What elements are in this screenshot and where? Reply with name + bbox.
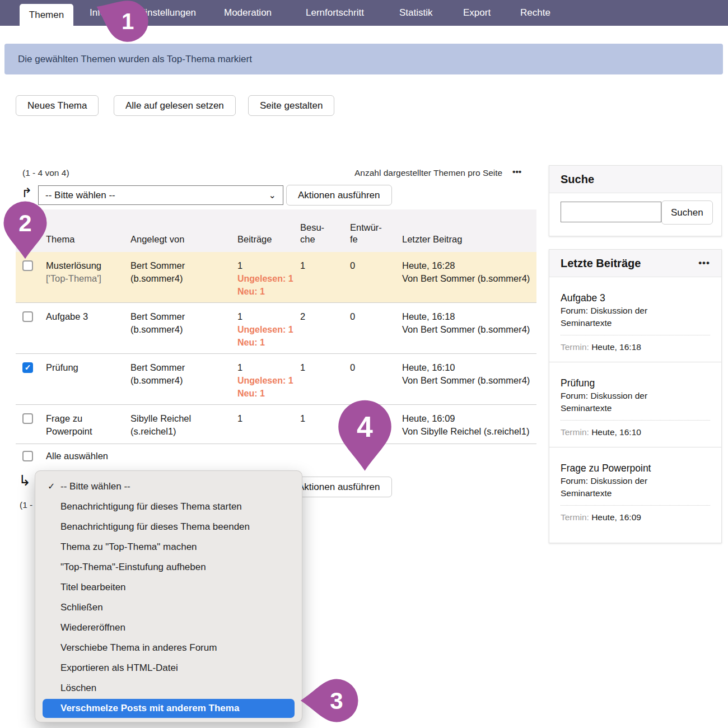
recent-post-forum: Forum: Diskussion der Seminartexte [561, 475, 701, 500]
visits-count: 2 [300, 310, 305, 323]
menu-item-label: Exportieren als HTML-Datei [60, 662, 178, 673]
last-post-author: Von Bert Sommer (b.sommer4) [402, 272, 536, 285]
col-drafts: Entwür-fe [350, 222, 381, 245]
menu-item-titel-bearbeiten[interactable]: Titel bearbeiten [35, 577, 302, 598]
menu-item-label: "Top-Thema"-Einstufung aufheben [60, 562, 206, 572]
drafts-count: 0 [350, 310, 355, 323]
recent-post-title[interactable]: Prüfung [561, 376, 710, 390]
annotation-marker-3: 3 [300, 670, 361, 728]
topic-tag: ['Top-Thema'] [46, 272, 121, 285]
table-row: Musterlösung ['Top-Thema'] Bert Sommer (… [16, 252, 536, 302]
apply-actions-button[interactable]: Aktionen ausführen [286, 185, 392, 206]
col-last-post: Letzter Beitrag [402, 234, 462, 245]
menu-item-label: Titel bearbeiten [60, 582, 126, 592]
row-checkbox[interactable] [22, 311, 33, 322]
col-topic: Thema [46, 234, 74, 245]
list-item: Frage zu Powerpoint Forum: Diskussion de… [549, 447, 721, 532]
topic-author: Bert Sommer (b.sommer4) [130, 310, 231, 336]
unread-count: Ungelesen: 1 [237, 374, 300, 387]
menu-item-benachrichtigung-starten[interactable]: Benachrichtigung für dieses Thema starte… [35, 497, 302, 517]
menu-item-bitte-waehlen[interactable]: ✓ -- Bitte wählen -- [35, 477, 302, 497]
search-input[interactable] [561, 202, 661, 222]
new-count: Neu: 1 [237, 285, 300, 298]
menu-item-wiedereroeffnen[interactable]: Wiedereröffnen [35, 618, 302, 638]
menu-item-top-thema-aufheben[interactable]: "Top-Thema"-Einstufung aufheben [35, 557, 302, 577]
tab-statistik[interactable]: Statistik [399, 0, 433, 26]
visits-count: 1 [300, 259, 305, 272]
tab-info[interactable]: Info [90, 0, 105, 26]
apply-down-arrow-icon: ↳ [18, 472, 31, 489]
table-row: Aufgabe 3 Bert Sommer (b.sommer4) 1 Unge… [16, 302, 536, 353]
tab-einstellungen[interactable]: Einstellungen [139, 0, 196, 26]
select-all-label: Alle auswählen [46, 450, 169, 463]
new-count: Neu: 1 [237, 336, 300, 349]
topic-title[interactable]: Musterlösung [46, 260, 101, 270]
tab-moderation[interactable]: Moderation [224, 0, 272, 26]
menu-item-label: Schließen [60, 602, 103, 613]
menu-item-label: Thema zu "Top-Thema" machen [60, 542, 197, 552]
row-checkbox[interactable] [22, 260, 33, 271]
menu-item-label: Löschen [60, 683, 96, 693]
termin-label: Termin: [561, 512, 589, 522]
menu-item-top-thema-machen[interactable]: Thema zu "Top-Thema" machen [35, 537, 302, 557]
chevron-down-icon: ⌄ [269, 190, 276, 200]
tab-lernfortschritt[interactable]: Lernfortschritt [306, 0, 364, 26]
topic-title[interactable]: Aufgabe 3 [46, 311, 88, 321]
last-post-author: Von Bert Sommer (b.sommer4) [402, 323, 536, 336]
row-checkbox-checked[interactable]: ✓ [22, 362, 33, 373]
menu-item-loeschen[interactable]: Löschen [35, 678, 302, 698]
per-page-label: Anzahl dargestellter Themen pro Seite [354, 168, 502, 178]
menu-item-schliessen[interactable]: Schließen [35, 598, 302, 618]
menu-item-benachrichtigung-beenden[interactable]: Benachrichtigung für dieses Thema beende… [35, 517, 302, 537]
new-count: Neu: 1 [237, 387, 300, 400]
design-page-button[interactable]: Seite gestalten [248, 95, 334, 116]
topic-author: Bert Sommer (b.sommer4) [130, 361, 231, 387]
topic-title[interactable]: Frage zu Powerpoint [46, 413, 92, 436]
menu-item-label: Verschiebe Thema in anderes Forum [60, 642, 217, 653]
search-panel-title: Suche [561, 173, 594, 186]
select-all-checkbox[interactable] [22, 451, 33, 461]
termin-label: Termin: [561, 427, 589, 437]
row-checkbox[interactable] [22, 413, 33, 424]
unread-count: Ungelesen: 1 [237, 323, 300, 336]
search-panel: Suche Suchen [549, 165, 722, 236]
menu-item-label: Benachrichtigung für dieses Thema starte… [60, 501, 242, 512]
list-item: Aufgabe 3 Forum: Diskussion der Seminart… [549, 277, 721, 362]
latest-posts-panel: Letzte Beiträge ••• Aufgabe 3 Forum: Dis… [549, 249, 722, 543]
topic-title[interactable]: Prüfung [46, 362, 78, 372]
new-topic-button[interactable]: Neues Thema [16, 95, 99, 116]
checkmark-icon: ✓ [48, 477, 58, 497]
recent-post-title[interactable]: Frage zu Powerpoint [561, 461, 710, 475]
last-post-author: Von Bert Sommer (b.sommer4) [402, 374, 536, 387]
recent-post-title[interactable]: Aufgabe 3 [561, 291, 710, 305]
col-posts: Beiträge [237, 234, 272, 245]
checkmark-icon: ✓ [25, 361, 31, 374]
termin-value: Heute, 16:09 [591, 512, 641, 522]
mark-all-read-button[interactable]: Alle auf gelesen setzen [114, 95, 236, 116]
visits-count: 1 [300, 412, 305, 425]
select-all-row: Alle auswählen [16, 444, 536, 469]
topic-author: Sibylle Reichel (s.reichel1) [130, 412, 231, 438]
tab-themen[interactable]: Themen [20, 4, 73, 26]
recent-post-forum: Forum: Diskussion der Seminartexte [561, 390, 701, 414]
posts-count: 1 [237, 260, 242, 270]
posts-count: 1 [237, 311, 242, 321]
tab-export[interactable]: Export [463, 0, 491, 26]
menu-item-verschiebe-thema[interactable]: Verschiebe Thema in anderes Forum [35, 638, 302, 658]
apply-up-arrow-icon: ↱ [21, 185, 32, 200]
list-item: Prüfung Forum: Diskussion der Seminartex… [549, 362, 721, 447]
posts-count: 1 [237, 362, 242, 372]
termin-value: Heute, 16:18 [591, 342, 641, 352]
per-page-more-icon[interactable]: ••• [512, 167, 521, 177]
termin-value: Heute, 16:10 [591, 427, 641, 437]
dotted-divider [561, 420, 710, 421]
table-header: Thema Angelegt von Beiträge Besu-che Ent… [16, 209, 536, 252]
menu-item-label: Verschmelze Posts mit anderem Thema [60, 703, 239, 713]
search-button[interactable]: Suchen [661, 200, 713, 225]
menu-item-verschmelze-posts[interactable]: Verschmelze Posts mit anderem Thema [43, 699, 295, 718]
tab-rechte[interactable]: Rechte [520, 0, 550, 26]
col-visits: Besu-che [300, 222, 332, 245]
panel-more-icon[interactable]: ••• [698, 258, 710, 269]
menu-item-exportieren-html[interactable]: Exportieren als HTML-Datei [35, 658, 302, 678]
action-select[interactable]: -- Bitte wählen -- ⌄ [38, 185, 283, 205]
